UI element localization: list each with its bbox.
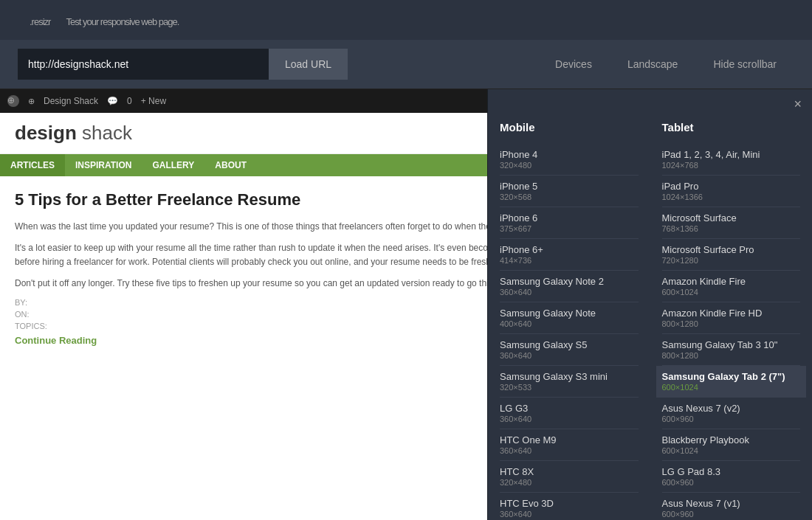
mobile-device-item[interactable]: Samsung Galaxy Note 2360×640: [500, 271, 639, 302]
devices-panel: × Mobile iPhone 4320×480iPhone 5320×568i…: [487, 89, 812, 520]
device-size: 320×480: [500, 161, 639, 170]
content-area: ⊕ ⊕ Design Shack 💬 0 + New Are you a des…: [0, 89, 812, 520]
device-size: 320×480: [500, 478, 639, 487]
nav-gallery[interactable]: GALLERY: [142, 154, 204, 176]
device-name: Asus Nexus 7 (v1): [662, 498, 801, 509]
device-name: Microsoft Surface: [662, 212, 801, 223]
device-name: Samsung Galaxy S3 mini: [500, 371, 639, 382]
mobile-device-item[interactable]: iPhone 4320×480: [500, 144, 639, 176]
site-name-label[interactable]: Design Shack: [44, 96, 98, 106]
tablet-device-item[interactable]: Microsoft Surface Pro720×1280: [662, 239, 801, 271]
device-name: Amazon Kindle Fire: [662, 276, 801, 287]
logo-text: .resizr: [30, 16, 50, 27]
device-name: Microsoft Surface Pro: [662, 244, 801, 255]
mobile-device-item[interactable]: Samsung Galaxy Note400×640: [500, 302, 639, 334]
toolbar: Load URL Devices Landscape Hide scrollba…: [0, 40, 812, 89]
device-size: 320×533: [500, 383, 639, 392]
mobile-device-item[interactable]: iPhone 6+414×736: [500, 239, 639, 271]
logo-light: shack: [77, 122, 132, 144]
logo-bold: design: [15, 122, 77, 144]
mobile-device-item[interactable]: Samsung Galaxy S5360×640: [500, 334, 639, 366]
device-name: Samsung Galaxy Tab 2 (7"): [662, 371, 801, 382]
device-size: 600×960: [662, 415, 801, 423]
panel-header: ×: [488, 89, 812, 117]
close-panel-button[interactable]: ×: [794, 97, 802, 112]
tablet-device-item[interactable]: Samsung Galaxy Tab 2 (7")600×1024: [656, 366, 807, 398]
tablet-device-item[interactable]: Amazon Kindle Fire HD800×1280: [662, 302, 801, 334]
tablet-device-item[interactable]: Asus Nexus 7 (v1)600×960: [662, 493, 801, 520]
mobile-device-item[interactable]: LG G3360×640: [500, 398, 639, 429]
device-name: HTC Evo 3D: [500, 498, 639, 509]
tablet-title: Tablet: [662, 121, 801, 134]
mobile-device-item[interactable]: iPhone 6375×667: [500, 207, 639, 239]
device-size: 1024×1366: [662, 193, 801, 201]
device-name: Amazon Kindle Fire HD: [662, 308, 801, 319]
load-url-button[interactable]: Load URL: [269, 49, 348, 80]
toolbar-right: Devices Landscape Hide scrollbar: [537, 49, 794, 80]
panel-columns: Mobile iPhone 4320×480iPhone 5320×568iPh…: [488, 117, 812, 520]
mobile-device-item[interactable]: Samsung Galaxy S3 mini320×533: [500, 366, 639, 398]
device-name: iPad 1, 2, 3, 4, Air, Mini: [662, 149, 801, 160]
device-size: 360×640: [500, 288, 639, 297]
header: .resizr Test your responsive web page.: [0, 0, 812, 40]
tablet-device-item[interactable]: Microsoft Surface768×1366: [662, 207, 801, 239]
tablet-device-item[interactable]: Blackberry Playbook600×1024: [662, 429, 801, 461]
device-name: Asus Nexus 7 (v2): [662, 403, 801, 414]
device-name: Samsung Galaxy Note 2: [500, 276, 639, 287]
device-name: iPhone 4: [500, 149, 639, 160]
mobile-title: Mobile: [500, 121, 639, 134]
device-size: 360×640: [500, 510, 639, 519]
tablet-device-item[interactable]: Samsung Galaxy Tab 3 10"800×1280: [662, 334, 801, 366]
device-size: 600×960: [662, 510, 801, 519]
nav-articles[interactable]: ARTICLES: [0, 154, 65, 176]
tablet-device-item[interactable]: Asus Nexus 7 (v2)600×960: [662, 398, 801, 429]
device-name: iPhone 6+: [500, 244, 639, 255]
device-name: LG G Pad 8.3: [662, 466, 801, 477]
wp-icon: ⊕: [7, 95, 19, 107]
device-size: 800×1280: [662, 319, 801, 328]
url-input[interactable]: [18, 49, 269, 80]
device-size: 414×736: [500, 256, 639, 265]
site-logo: design shack: [15, 122, 132, 145]
device-size: 360×640: [500, 446, 639, 455]
device-size: 1024×768: [662, 161, 801, 170]
device-name: HTC 8X: [500, 466, 639, 477]
nav-inspiration[interactable]: INSPIRATION: [65, 154, 142, 176]
device-size: 800×1280: [662, 351, 801, 360]
device-name: iPhone 6: [500, 212, 639, 223]
device-size: 720×1280: [662, 256, 801, 265]
tagline: Test your responsive web page.: [66, 16, 179, 27]
device-size: 600×1024: [662, 288, 801, 297]
device-name: HTC One M9: [500, 434, 639, 446]
tablet-device-list: iPad 1, 2, 3, 4, Air, Mini1024×768iPad P…: [662, 144, 801, 520]
device-name: iPad Pro: [662, 181, 801, 192]
device-name: LG G3: [500, 403, 639, 414]
mobile-device-item[interactable]: HTC Evo 3D360×640: [500, 493, 639, 520]
tablet-device-item[interactable]: LG G Pad 8.3600×960: [662, 461, 801, 493]
comment-icon: 💬: [107, 96, 118, 106]
tablet-device-item[interactable]: Amazon Kindle Fire600×1024: [662, 271, 801, 302]
mobile-device-item[interactable]: HTC 8X320×480: [500, 461, 639, 493]
devices-button[interactable]: Devices: [537, 49, 610, 80]
nav-about[interactable]: ABOUT: [204, 154, 257, 176]
new-label[interactable]: + New: [141, 96, 166, 106]
device-size: 400×640: [500, 319, 639, 328]
mobile-device-list: iPhone 4320×480iPhone 5320×568iPhone 637…: [500, 144, 639, 520]
tablet-device-item[interactable]: iPad 1, 2, 3, 4, Air, Mini1024×768: [662, 144, 801, 176]
read-more-link[interactable]: Continue Reading: [15, 335, 97, 346]
comment-count: 0: [127, 96, 132, 106]
tablet-column: Tablet iPad 1, 2, 3, 4, Air, Mini1024×76…: [650, 117, 813, 520]
landscape-button[interactable]: Landscape: [610, 49, 696, 80]
device-name: Samsung Galaxy Tab 3 10": [662, 339, 801, 350]
mobile-device-item[interactable]: HTC One M9360×640: [500, 429, 639, 461]
hide-scrollbar-button[interactable]: Hide scrollbar: [695, 49, 794, 80]
device-size: 600×1024: [662, 446, 801, 455]
app-wrapper: .resizr Test your responsive web page. L…: [0, 0, 812, 520]
tablet-device-item[interactable]: iPad Pro1024×1366: [662, 176, 801, 207]
mobile-device-item[interactable]: iPhone 5320×568: [500, 176, 639, 207]
device-size: 375×667: [500, 224, 639, 233]
device-size: 600×960: [662, 478, 801, 487]
device-name: Samsung Galaxy Note: [500, 308, 639, 319]
device-size: 360×640: [500, 351, 639, 360]
device-size: 320×568: [500, 193, 639, 201]
